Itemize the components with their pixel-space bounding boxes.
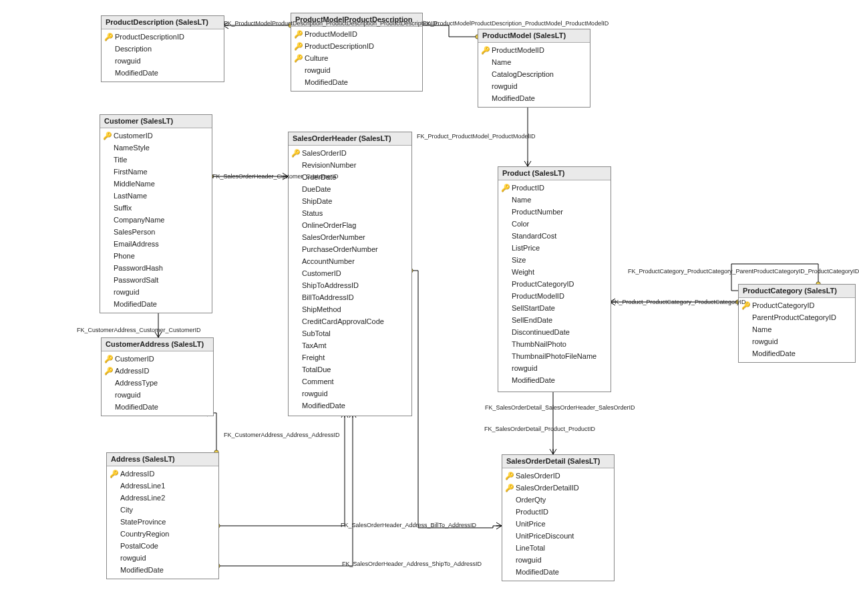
- table-column-row[interactable]: Size: [498, 254, 611, 266]
- table-header[interactable]: SalesOrderDetail (SalesLT): [502, 455, 614, 468]
- table-column-row[interactable]: 🔑SalesOrderID: [289, 147, 411, 159]
- table-column-row[interactable]: ParentProductCategoryID: [739, 311, 855, 323]
- table-column-row[interactable]: 🔑SalesOrderDetailID: [502, 482, 614, 494]
- table-column-row[interactable]: Name: [498, 194, 611, 206]
- table-column-row[interactable]: DueDate: [289, 183, 411, 195]
- table-column-row[interactable]: 🔑ProductCategoryID: [739, 299, 855, 311]
- table-column-row[interactable]: rowguid: [502, 554, 614, 566]
- table-column-row[interactable]: ModifiedDate: [739, 347, 855, 359]
- table-header[interactable]: CustomerAddress (SalesLT): [102, 338, 213, 351]
- table-header[interactable]: ProductCategory (SalesLT): [739, 285, 855, 298]
- table-column-row[interactable]: rowguid: [478, 80, 590, 92]
- table-column-row[interactable]: LineTotal: [502, 542, 614, 554]
- table-column-row[interactable]: LastName: [100, 190, 212, 202]
- table-column-row[interactable]: SubTotal: [289, 327, 411, 339]
- table-column-row[interactable]: ShipToAddressID: [289, 279, 411, 291]
- table-CustomerAddress[interactable]: CustomerAddress (SalesLT)🔑CustomerID🔑Add…: [101, 337, 214, 416]
- table-column-row[interactable]: CountryRegion: [107, 528, 218, 540]
- table-column-row[interactable]: 🔑ProductID: [498, 182, 611, 194]
- table-column-row[interactable]: TaxAmt: [289, 339, 411, 351]
- table-Address[interactable]: Address (SalesLT)🔑AddressIDAddressLine1A…: [106, 452, 219, 579]
- table-column-row[interactable]: TotalDue: [289, 363, 411, 375]
- table-column-row[interactable]: ProductID: [502, 506, 614, 518]
- table-column-row[interactable]: 🔑SalesOrderID: [502, 470, 614, 482]
- table-column-row[interactable]: SalesOrderNumber: [289, 231, 411, 243]
- table-column-row[interactable]: rowguid: [289, 388, 411, 400]
- table-column-row[interactable]: ModifiedDate: [502, 566, 614, 578]
- table-column-row[interactable]: SalesPerson: [100, 226, 212, 238]
- table-header[interactable]: ProductModel (SalesLT): [478, 29, 590, 43]
- table-column-row[interactable]: CreditCardApprovalCode: [289, 315, 411, 327]
- table-column-row[interactable]: UnitPrice: [502, 518, 614, 530]
- table-column-row[interactable]: ModifiedDate: [102, 401, 213, 413]
- table-column-row[interactable]: PurchaseOrderNumber: [289, 243, 411, 255]
- table-column-row[interactable]: RevisionNumber: [289, 159, 411, 171]
- relationship-line[interactable]: [218, 412, 345, 526]
- table-column-row[interactable]: City: [107, 504, 218, 516]
- table-column-row[interactable]: PasswordHash: [100, 262, 212, 274]
- relationship-line[interactable]: [421, 25, 478, 37]
- table-column-row[interactable]: Phone: [100, 250, 212, 262]
- table-column-row[interactable]: Color: [498, 218, 611, 230]
- table-column-row[interactable]: rowguid: [291, 64, 422, 76]
- table-column-row[interactable]: AddressLine1: [107, 480, 218, 492]
- table-ProductCategory[interactable]: ProductCategory (SalesLT)🔑ProductCategor…: [738, 284, 856, 363]
- table-column-row[interactable]: PasswordSalt: [100, 274, 212, 286]
- table-column-row[interactable]: Title: [100, 154, 212, 166]
- table-column-row[interactable]: 🔑ProductDescriptionID: [102, 31, 224, 43]
- table-column-row[interactable]: ProductNumber: [498, 206, 611, 218]
- table-column-row[interactable]: CustomerID: [289, 267, 411, 279]
- table-header[interactable]: Product (SalesLT): [498, 167, 611, 180]
- table-column-row[interactable]: OrderQty: [502, 494, 614, 506]
- table-column-row[interactable]: AddressLine2: [107, 492, 218, 504]
- table-column-row[interactable]: UnitPriceDiscount: [502, 530, 614, 542]
- table-header[interactable]: ProductDescription (SalesLT): [102, 16, 224, 29]
- table-column-row[interactable]: 🔑ProductModelID: [291, 28, 422, 40]
- table-column-row[interactable]: CompanyName: [100, 214, 212, 226]
- table-column-row[interactable]: rowguid: [739, 335, 855, 347]
- table-column-row[interactable]: AccountNumber: [289, 255, 411, 267]
- table-column-row[interactable]: AddressType: [102, 377, 213, 389]
- table-column-row[interactable]: Status: [289, 207, 411, 219]
- table-ProductModel[interactable]: ProductModel (SalesLT)🔑ProductModelIDNam…: [478, 29, 590, 108]
- table-column-row[interactable]: ProductCategoryID: [498, 278, 611, 290]
- table-column-row[interactable]: ModifiedDate: [291, 76, 422, 88]
- table-SalesOrderDetail[interactable]: SalesOrderDetail (SalesLT)🔑SalesOrderID🔑…: [502, 454, 615, 581]
- table-column-row[interactable]: 🔑AddressID: [107, 468, 218, 480]
- relationship-line[interactable]: [212, 413, 216, 452]
- table-column-row[interactable]: 🔑AddressID: [102, 365, 213, 377]
- table-column-row[interactable]: StandardCost: [498, 230, 611, 242]
- table-column-row[interactable]: SellEndDate: [498, 314, 611, 326]
- table-column-row[interactable]: 🔑Culture: [291, 52, 422, 64]
- table-column-row[interactable]: MiddleName: [100, 178, 212, 190]
- table-column-row[interactable]: NameStyle: [100, 142, 212, 154]
- table-column-row[interactable]: CatalogDescription: [478, 68, 590, 80]
- table-header[interactable]: Customer (SalesLT): [100, 115, 212, 128]
- table-column-row[interactable]: Weight: [498, 266, 611, 278]
- table-column-row[interactable]: DiscontinuedDate: [498, 326, 611, 338]
- table-column-row[interactable]: OnlineOrderFlag: [289, 219, 411, 231]
- table-column-row[interactable]: ModifiedDate: [289, 400, 411, 412]
- table-column-row[interactable]: ListPrice: [498, 242, 611, 254]
- table-column-row[interactable]: Name: [478, 56, 590, 68]
- table-header[interactable]: Address (SalesLT): [107, 453, 218, 466]
- table-column-row[interactable]: ShipDate: [289, 195, 411, 207]
- table-column-row[interactable]: rowguid: [102, 389, 213, 401]
- table-column-row[interactable]: Name: [739, 323, 855, 335]
- table-column-row[interactable]: rowguid: [498, 362, 611, 374]
- table-column-row[interactable]: rowguid: [107, 552, 218, 564]
- table-column-row[interactable]: 🔑CustomerID: [100, 130, 212, 142]
- table-column-row[interactable]: PostalCode: [107, 540, 218, 552]
- table-Product[interactable]: Product (SalesLT)🔑ProductIDNameProductNu…: [498, 166, 611, 392]
- table-column-row[interactable]: ModifiedDate: [498, 374, 611, 386]
- table-column-row[interactable]: 🔑ProductModelID: [478, 44, 590, 56]
- table-column-row[interactable]: SellStartDate: [498, 302, 611, 314]
- table-column-row[interactable]: ShipMethod: [289, 303, 411, 315]
- table-column-row[interactable]: Comment: [289, 375, 411, 388]
- table-column-row[interactable]: ThumbNailPhoto: [498, 338, 611, 350]
- table-column-row[interactable]: ThumbnailPhotoFileName: [498, 350, 611, 362]
- table-column-row[interactable]: BillToAddressID: [289, 291, 411, 303]
- table-column-row[interactable]: ModifiedDate: [100, 298, 212, 310]
- table-column-row[interactable]: 🔑CustomerID: [102, 353, 213, 365]
- table-column-row[interactable]: ModifiedDate: [102, 67, 224, 79]
